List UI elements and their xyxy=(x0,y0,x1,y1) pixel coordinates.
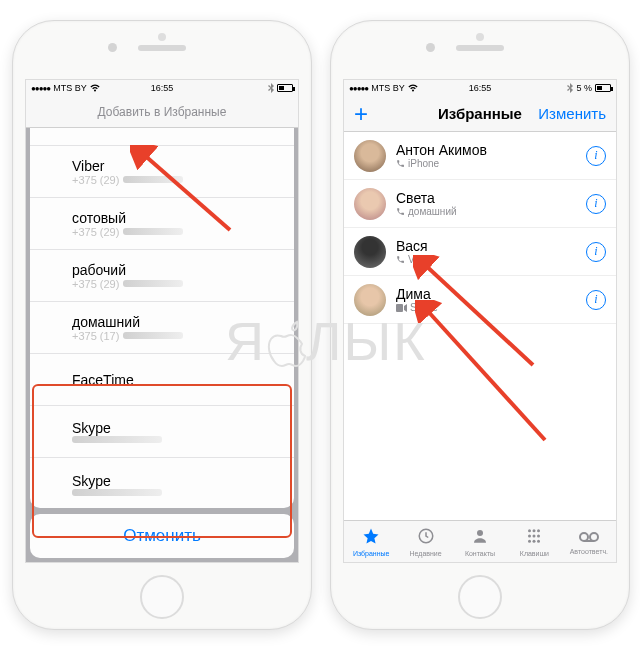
tab-person[interactable]: Контакты xyxy=(453,521,507,562)
bluetooth-icon xyxy=(567,83,573,93)
tab-voicemail[interactable]: Автоответч. xyxy=(562,521,616,562)
svg-point-12 xyxy=(580,533,588,541)
carrier-label: MTS BY xyxy=(371,83,405,93)
screen-right: ●●●●● MTS BY 16:55 5 % + Избранные Измен… xyxy=(343,79,617,563)
option-detail xyxy=(72,489,280,496)
tab-label: Автоответч. xyxy=(570,548,608,555)
tab-clock[interactable]: Недавние xyxy=(398,521,452,562)
favorite-type: Viber xyxy=(396,254,586,265)
favorite-name: Дима xyxy=(396,286,586,302)
favorite-row[interactable]: ДимаSkypei xyxy=(344,276,616,324)
option-name: рабочий xyxy=(72,262,280,278)
tab-bar: ИзбранныеНедавниеКонтактыКлавишиАвтоотве… xyxy=(344,520,616,562)
call-option[interactable]: FaceTime xyxy=(30,354,294,406)
tab-keypad[interactable]: Клавиши xyxy=(507,521,561,562)
svg-point-3 xyxy=(528,529,531,532)
svg-point-7 xyxy=(533,534,536,537)
person-icon xyxy=(471,527,489,549)
home-button[interactable] xyxy=(140,575,184,619)
option-detail: +375 (17) xyxy=(72,330,280,342)
tab-label: Избранные xyxy=(353,550,390,557)
avatar xyxy=(354,236,386,268)
keypad-icon xyxy=(525,527,543,549)
call-option[interactable]: Skype xyxy=(30,406,294,458)
favorite-type: Skype xyxy=(396,302,586,313)
carrier-label: MTS BY xyxy=(53,83,87,93)
wifi-icon xyxy=(408,84,418,92)
svg-point-6 xyxy=(528,534,531,537)
home-button[interactable] xyxy=(458,575,502,619)
status-bar: ●●●●● MTS BY 16:55 xyxy=(26,80,298,96)
info-button[interactable]: i xyxy=(586,194,606,214)
svg-point-5 xyxy=(537,529,540,532)
action-sheet: Вызов Viber Viber+375 (29)сотовый+375 (2… xyxy=(30,100,294,508)
tab-label: Контакты xyxy=(465,550,495,557)
cancel-label: Отменить xyxy=(123,526,201,546)
screen-left: ●●●●● MTS BY 16:55 Добавить в Избранные … xyxy=(25,79,299,563)
option-name: Skype xyxy=(72,473,280,489)
action-sheet-backdrop[interactable]: Добавить в Избранные Вызов Viber Viber+3… xyxy=(26,96,298,562)
status-bar: ●●●●● MTS BY 16:55 5 % xyxy=(344,80,616,96)
signal-dots-icon: ●●●●● xyxy=(349,84,368,93)
option-detail: +375 (29) xyxy=(72,174,280,186)
favorite-row[interactable]: ВасяViberi xyxy=(344,228,616,276)
option-name: сотовый xyxy=(72,210,280,226)
option-detail: +375 (29) xyxy=(72,226,280,238)
clock-icon xyxy=(417,527,435,549)
option-name: домашний xyxy=(72,314,280,330)
favorite-info: Антон АкимовiPhone xyxy=(396,142,586,169)
signal-dots-icon: ●●●●● xyxy=(31,84,50,93)
svg-point-10 xyxy=(533,539,536,542)
svg-point-9 xyxy=(528,539,531,542)
info-button[interactable]: i xyxy=(586,242,606,262)
call-option[interactable]: Viber+375 (29) xyxy=(30,146,294,198)
svg-point-4 xyxy=(533,529,536,532)
favorite-row[interactable]: Светадомашнийi xyxy=(344,180,616,228)
favorite-type: домашний xyxy=(396,206,586,217)
favorite-info: ДимаSkype xyxy=(396,286,586,313)
phone-mock-right: ●●●●● MTS BY 16:55 5 % + Избранные Измен… xyxy=(330,20,630,630)
call-option[interactable]: сотовый+375 (29) xyxy=(30,198,294,250)
backdrop-title: Добавить в Избранные xyxy=(26,96,298,128)
star-icon xyxy=(362,527,380,549)
battery-icon xyxy=(595,84,611,92)
svg-point-2 xyxy=(477,530,483,536)
tab-star[interactable]: Избранные xyxy=(344,521,398,562)
info-button[interactable]: i xyxy=(586,290,606,310)
call-option[interactable]: домашний+375 (17) xyxy=(30,302,294,354)
avatar xyxy=(354,284,386,316)
tab-label: Недавние xyxy=(410,550,442,557)
bluetooth-icon xyxy=(268,83,274,93)
avatar xyxy=(354,140,386,172)
phone-mock-left: ●●●●● MTS BY 16:55 Добавить в Избранные … xyxy=(12,20,312,630)
favorite-name: Вася xyxy=(396,238,586,254)
avatar xyxy=(354,188,386,220)
svg-point-11 xyxy=(537,539,540,542)
favorite-name: Света xyxy=(396,190,586,206)
option-name: Skype xyxy=(72,420,280,436)
option-detail: +375 (29) xyxy=(72,278,280,290)
favorite-type: iPhone xyxy=(396,158,586,169)
favorite-info: ВасяViber xyxy=(396,238,586,265)
svg-point-8 xyxy=(537,534,540,537)
svg-rect-0 xyxy=(396,304,403,312)
info-button[interactable]: i xyxy=(586,146,606,166)
tab-label: Клавиши xyxy=(520,550,549,557)
battery-pct: 5 % xyxy=(576,83,592,93)
wifi-icon xyxy=(90,84,100,92)
option-name: Viber xyxy=(72,158,280,174)
nav-bar: + Избранные Изменить xyxy=(344,96,616,132)
call-option[interactable]: рабочий+375 (29) xyxy=(30,250,294,302)
svg-point-13 xyxy=(590,533,598,541)
add-button[interactable]: + xyxy=(354,104,368,124)
favorite-name: Антон Акимов xyxy=(396,142,586,158)
favorite-row[interactable]: Антон АкимовiPhonei xyxy=(344,132,616,180)
call-option[interactable]: Skype xyxy=(30,458,294,508)
cancel-button[interactable]: Отменить xyxy=(30,514,294,558)
favorite-info: Светадомашний xyxy=(396,190,586,217)
option-detail xyxy=(72,436,280,443)
battery-icon xyxy=(277,84,293,92)
option-name: FaceTime xyxy=(72,372,280,388)
edit-button[interactable]: Изменить xyxy=(538,105,606,122)
favorites-list: Антон АкимовiPhoneiСветадомашнийiВасяVib… xyxy=(344,132,616,324)
